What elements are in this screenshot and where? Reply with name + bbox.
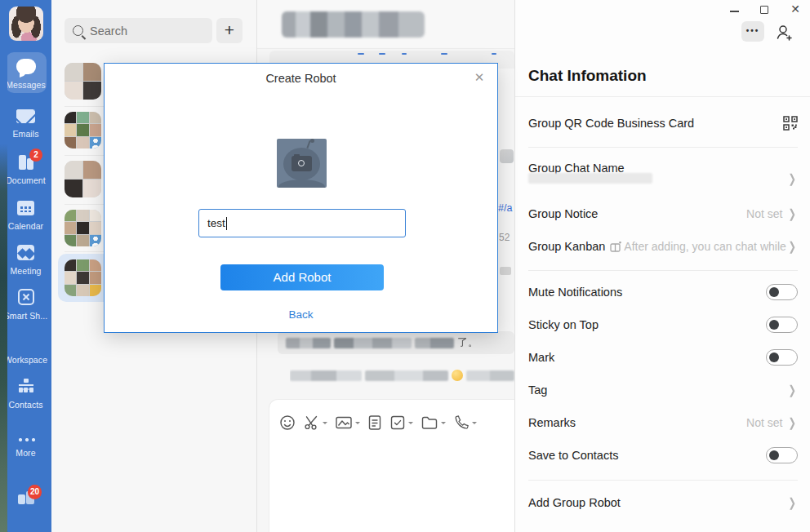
workbench-badge: 20 <box>28 485 42 499</box>
screenshot-button[interactable] <box>303 415 327 431</box>
sidebar-item-emails[interactable]: Emails <box>0 109 51 139</box>
chevron-right-icon: ❯ <box>789 495 796 510</box>
row-group-notice[interactable]: Group Notice Not set ❯ <box>515 199 810 228</box>
call-button[interactable] <box>453 415 477 431</box>
back-link[interactable]: Back <box>105 308 497 321</box>
sidebar-item-label: Meeting <box>0 266 51 276</box>
chevron-down-icon[interactable] <box>472 422 477 427</box>
sidebar-item-messages[interactable]: Messages <box>0 59 51 90</box>
chat-header <box>257 0 514 49</box>
divider <box>515 96 810 97</box>
chevron-right-icon: ❯ <box>789 206 796 221</box>
chat-message-outgoing-redacted <box>290 367 514 383</box>
sidebar-item-workspace[interactable]: Workspace <box>0 333 51 365</box>
desktop-wallpaper-edge <box>0 0 7 532</box>
message-text-fragment: 了。 <box>457 335 478 350</box>
search-input[interactable]: Search <box>65 18 212 43</box>
emoji-button[interactable] <box>279 415 296 431</box>
chevron-down-icon[interactable] <box>355 422 360 427</box>
close-icon[interactable]: ✕ <box>788 2 803 16</box>
divider <box>528 480 798 481</box>
emoji-in-message <box>452 370 463 381</box>
search-placeholder: Search <box>90 24 127 38</box>
robot-name-input[interactable]: test <box>198 209 406 237</box>
org-chart-icon <box>17 379 35 394</box>
text-cursor <box>226 217 227 230</box>
main-sidebar: Messages Emails 2 Document Calendar Meet… <box>0 0 51 532</box>
sticky-on-top-toggle[interactable] <box>766 317 798 333</box>
message-avatar <box>500 149 514 163</box>
message-fragment-redacted <box>500 267 511 275</box>
search-icon <box>73 25 83 36</box>
not-set-value: Not set <box>746 416 782 429</box>
sidebar-item-smart-share[interactable]: Smart Sh... <box>0 289 51 321</box>
sidebar-item-document[interactable]: 2 Document <box>0 155 51 185</box>
chat-message-bubble: 了。 <box>278 331 514 354</box>
sidebar-item-workbench[interactable]: 20 <box>0 490 51 508</box>
composer-toolbar <box>279 415 477 431</box>
sidebar-item-label: Document <box>0 175 51 185</box>
maximize-icon[interactable] <box>760 6 768 14</box>
chevron-right-icon: ❯ <box>789 415 796 430</box>
row-tag[interactable]: Tag ❯ <box>515 375 810 405</box>
todo-button[interactable] <box>389 415 413 431</box>
kanban-icon <box>610 242 622 252</box>
sidebar-item-meeting[interactable]: Meeting <box>0 245 51 276</box>
chat-list-item-avatar[interactable] <box>65 112 101 149</box>
chevron-down-icon[interactable] <box>408 422 413 427</box>
message-link-fragment[interactable]: #/a <box>498 202 512 214</box>
dialog-close-icon[interactable]: ✕ <box>471 69 487 86</box>
envelope-icon <box>16 109 35 123</box>
notes-button[interactable] <box>367 415 382 431</box>
row-save-to-contacts: Save to Contacts <box>515 441 810 470</box>
sidebar-item-calendar[interactable]: Calendar <box>0 201 51 231</box>
row-add-group-robot[interactable]: Add Group Robot ❯ <box>515 488 810 517</box>
qr-code-icon[interactable] <box>783 116 798 131</box>
minimize-icon[interactable] <box>730 11 739 12</box>
message-input-panel[interactable] <box>269 400 514 532</box>
divider <box>528 270 798 271</box>
sidebar-item-more[interactable]: More <box>0 431 51 458</box>
sidebar-item-label: Messages <box>0 80 51 90</box>
row-sticky-on-top: Sticky on Top <box>515 310 810 339</box>
sidebar-item-label: Workspace <box>0 355 51 365</box>
row-group-qr-code[interactable]: Group QR Code Business Card <box>515 109 810 138</box>
chat-list-item-avatar[interactable] <box>65 63 101 100</box>
workspace-grid-icon <box>18 333 34 349</box>
chat-bubble-icon <box>16 59 36 74</box>
chat-list-item-avatar[interactable] <box>65 210 101 246</box>
row-mark: Mark <box>515 343 810 372</box>
add-member-icon[interactable] <box>774 23 794 42</box>
save-to-contacts-toggle[interactable] <box>766 447 798 463</box>
panel-title: Chat Infomation <box>528 67 647 85</box>
add-robot-button[interactable]: Add Robot <box>220 264 384 290</box>
robot-avatar-upload[interactable] <box>277 139 327 188</box>
camera-icon <box>292 156 312 171</box>
chevron-down-icon[interactable] <box>323 422 327 427</box>
message-text-fragment: 52 <box>499 232 510 243</box>
chevron-down-icon[interactable] <box>441 422 446 427</box>
new-chat-button[interactable]: + <box>216 18 243 43</box>
calendar-icon <box>17 201 34 215</box>
sidebar-item-label: Contacts <box>0 400 51 410</box>
user-avatar[interactable] <box>9 7 43 41</box>
row-remarks[interactable]: Remarks Not set ❯ <box>515 408 810 437</box>
row-mute-notifications: Mute Notifications <box>515 277 810 307</box>
image-button[interactable] <box>335 415 360 431</box>
not-set-value: Not set <box>746 207 782 220</box>
chat-title-redacted <box>282 11 425 38</box>
chevron-right-icon: ❯ <box>789 171 796 186</box>
mute-notifications-toggle[interactable] <box>766 284 798 300</box>
row-group-kanban[interactable]: Group Kanban After adding, you can chat … <box>515 232 810 261</box>
chat-list-item-avatar[interactable] <box>65 161 101 197</box>
mark-toggle[interactable] <box>766 349 798 366</box>
chevron-right-icon: ❯ <box>789 239 796 254</box>
chat-overflow-button[interactable]: ••• <box>741 21 764 42</box>
sidebar-item-label: Calendar <box>0 221 51 231</box>
file-button[interactable] <box>421 415 446 431</box>
more-dots-icon <box>17 437 35 442</box>
document-badge: 2 <box>29 149 42 162</box>
group-name-redacted <box>528 173 652 184</box>
chat-list-item-avatar[interactable] <box>65 259 101 296</box>
sidebar-item-contacts[interactable]: Contacts <box>0 379 51 410</box>
